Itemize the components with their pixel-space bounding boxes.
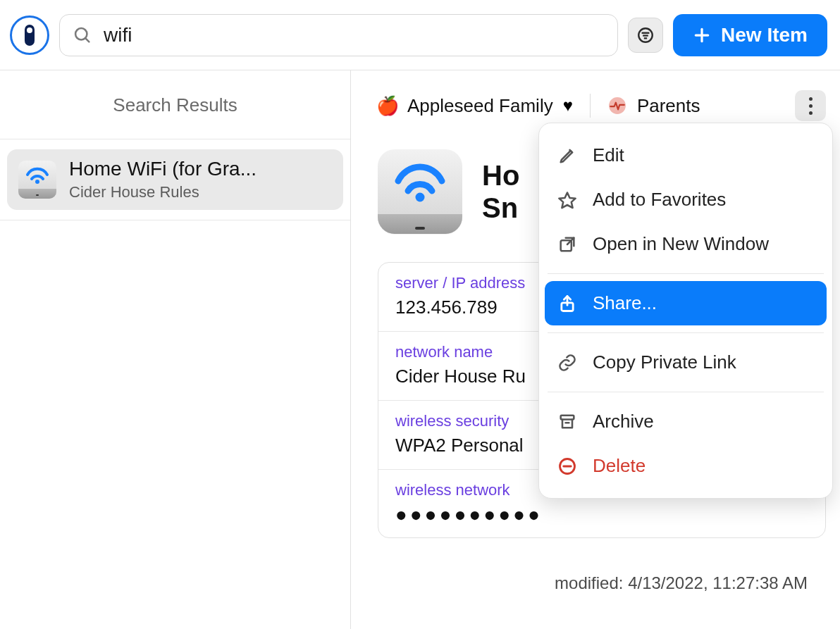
list-item-title: Home WiFi (for Gra... bbox=[69, 158, 257, 180]
menu-item-edit[interactable]: Edit bbox=[545, 133, 827, 178]
vault-chip[interactable]: 🍎 Appleseed Family ♥ bbox=[378, 95, 573, 117]
menu-item-delete[interactable]: Delete bbox=[545, 444, 827, 488]
vault-icon-apple: 🍎 bbox=[378, 96, 397, 116]
svg-point-8 bbox=[35, 180, 39, 184]
filter-button[interactable] bbox=[628, 18, 663, 53]
share-icon bbox=[557, 294, 577, 313]
search-icon bbox=[73, 25, 92, 45]
wifi-router-icon bbox=[18, 161, 56, 199]
open-external-icon bbox=[557, 235, 577, 254]
delete-icon bbox=[557, 456, 577, 476]
vault-name: Parents bbox=[637, 95, 700, 117]
menu-item-label: Copy Private Link bbox=[593, 351, 736, 373]
new-item-button[interactable]: New Item bbox=[673, 14, 827, 56]
toolbar: New Item bbox=[0, 0, 840, 70]
svg-point-10 bbox=[416, 193, 425, 202]
heart-icon: ♥ bbox=[563, 96, 573, 116]
plus-icon bbox=[693, 26, 711, 44]
vault-icon-heartbeat bbox=[607, 96, 627, 116]
new-item-label: New Item bbox=[721, 24, 808, 46]
svg-line-1 bbox=[85, 38, 89, 42]
detail-pane: 🍎 Appleseed Family ♥ Parents bbox=[351, 70, 840, 629]
app-logo-icon bbox=[10, 15, 49, 55]
vault-name: Appleseed Family bbox=[407, 95, 553, 117]
search-input[interactable] bbox=[102, 23, 605, 47]
more-options-button[interactable] bbox=[795, 90, 826, 121]
menu-item-label: Share... bbox=[593, 292, 657, 314]
vault-chip[interactable]: Parents bbox=[607, 95, 700, 117]
menu-item-label: Delete bbox=[593, 455, 646, 477]
menu-item-label: Open in New Window bbox=[593, 233, 769, 255]
list-item-subtitle: Cider House Rules bbox=[69, 183, 257, 201]
sidebar: Search Results Home WiFi (for Gra... Cid… bbox=[0, 70, 351, 629]
list-item[interactable]: Home WiFi (for Gra... Cider House Rules bbox=[7, 149, 343, 210]
wifi-router-icon bbox=[378, 149, 462, 234]
menu-item-open-new-window[interactable]: Open in New Window bbox=[545, 222, 827, 266]
link-icon bbox=[557, 353, 577, 373]
vault-breadcrumb: 🍎 Appleseed Family ♥ Parents bbox=[378, 90, 826, 121]
menu-item-favorite[interactable]: Add to Favorites bbox=[545, 178, 827, 222]
field-value-password: ●●●●●●●●●● bbox=[395, 505, 808, 525]
options-menu: Edit Add to Favorites Open in New Window bbox=[538, 123, 833, 499]
menu-item-archive[interactable]: Archive bbox=[545, 399, 827, 444]
star-icon bbox=[557, 190, 577, 210]
more-vertical-icon bbox=[809, 95, 813, 116]
search-field[interactable] bbox=[59, 14, 618, 56]
menu-item-label: Archive bbox=[593, 411, 654, 432]
filter-icon bbox=[636, 26, 655, 44]
menu-item-copy-link[interactable]: Copy Private Link bbox=[545, 340, 827, 385]
menu-item-label: Edit bbox=[593, 144, 624, 166]
archive-icon bbox=[557, 412, 577, 432]
sidebar-title: Search Results bbox=[0, 70, 350, 139]
svg-marker-11 bbox=[559, 192, 575, 208]
pencil-icon bbox=[557, 146, 577, 166]
menu-item-label: Add to Favorites bbox=[593, 189, 726, 211]
item-title: Ho Sn bbox=[482, 159, 519, 224]
modified-timestamp: modified: 4/13/2022, 11:27:38 AM bbox=[378, 573, 826, 593]
menu-item-share[interactable]: Share... bbox=[545, 281, 827, 325]
